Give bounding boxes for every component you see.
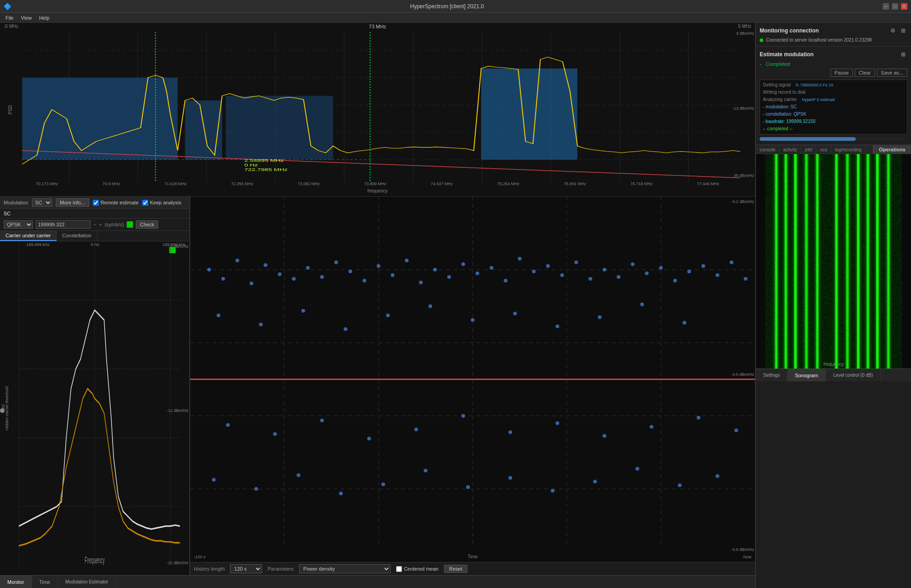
bottom-section: Modulation SCMC More info... Remote esti… bbox=[0, 197, 755, 575]
minimize-btn[interactable]: ─ bbox=[883, 3, 889, 10]
progress-bar-fill bbox=[760, 137, 856, 141]
svg-point-82 bbox=[744, 277, 747, 281]
ops-tab-activity[interactable]: activity bbox=[779, 146, 801, 154]
svg-point-89 bbox=[471, 318, 474, 322]
svg-text:Frequency: Frequency bbox=[85, 555, 105, 565]
svg-point-112 bbox=[423, 469, 427, 472]
svg-point-77 bbox=[673, 279, 677, 283]
freq-label-3: 72.355 MHz bbox=[231, 182, 253, 186]
remote-estimate-label[interactable]: Remote estimate bbox=[93, 200, 139, 206]
svg-point-83 bbox=[217, 314, 220, 317]
remote-estimate-checkbox[interactable] bbox=[93, 200, 99, 206]
svg-point-113 bbox=[466, 485, 470, 489]
svg-point-59 bbox=[419, 281, 423, 284]
freq-label-5: 73.809 MHz bbox=[364, 182, 386, 186]
svg-point-105 bbox=[697, 416, 700, 419]
sonogram-canvas bbox=[756, 154, 911, 369]
svg-point-104 bbox=[649, 425, 653, 428]
close-btn[interactable]: ✕ bbox=[901, 3, 907, 10]
monitoring-section: Monitoring connection ⚙ ⊞ Connected to s… bbox=[756, 23, 911, 47]
svg-point-91 bbox=[556, 325, 559, 328]
ops-tab-log[interactable]: log/recording bbox=[831, 146, 866, 154]
menu-file[interactable]: File bbox=[2, 14, 17, 21]
right-bottom-tabs: Settings Sonogram Level control (0 dB) bbox=[756, 369, 911, 381]
info-line-getting-signal: Getting signal fc 73800000.0 Fs 10 bbox=[763, 82, 904, 88]
tab-right-settings[interactable]: Settings bbox=[756, 369, 788, 381]
more-info-button[interactable]: More info... bbox=[56, 198, 89, 207]
svg-point-61 bbox=[447, 275, 451, 279]
params-select[interactable]: Power densitySignal level bbox=[299, 564, 391, 573]
params-label: Parameters bbox=[268, 566, 294, 572]
svg-point-56 bbox=[377, 264, 380, 268]
tab-carrier-under-carrier[interactable]: Carrier under carrier bbox=[0, 231, 57, 241]
monitoring-expand-icon[interactable]: ⊞ bbox=[899, 27, 907, 35]
monitoring-settings-icon[interactable]: ⚙ bbox=[889, 27, 897, 35]
svg-point-53 bbox=[334, 261, 338, 264]
carrier-toolbar: Modulation SCMC More info... Remote esti… bbox=[0, 197, 189, 209]
freq-label-1: 70.9 MHz bbox=[102, 182, 120, 186]
info-line-analyzing: Analyzing carrier HyperP S estimati bbox=[763, 96, 904, 103]
modulation-select[interactable]: SCMC bbox=[32, 198, 52, 207]
operations-button[interactable]: Operations bbox=[873, 145, 911, 154]
svg-point-73 bbox=[616, 275, 620, 279]
svg-point-108 bbox=[254, 487, 258, 491]
ops-tab-ncs[interactable]: ncs bbox=[816, 146, 831, 154]
tab-constellation[interactable]: Constellation bbox=[57, 231, 97, 241]
symrate-input[interactable] bbox=[36, 220, 91, 229]
keep-analysis-label[interactable]: Keep analysis bbox=[142, 200, 182, 206]
window-title: HyperSpectrum [client] 2021.0 bbox=[11, 3, 883, 10]
svg-point-96 bbox=[273, 432, 277, 436]
reset-button[interactable]: Reset bbox=[444, 565, 467, 573]
freq-label-4: 73.082 MHz bbox=[298, 182, 320, 186]
svg-point-49 bbox=[278, 273, 281, 276]
svg-point-98 bbox=[367, 437, 371, 440]
tab-modulation-estimator[interactable]: Modulation Estimator bbox=[58, 576, 116, 588]
check-button[interactable]: Check bbox=[136, 220, 158, 229]
info-line-constellation: - constellation: QPSK bbox=[763, 111, 904, 118]
constellation-select[interactable]: QPSK8PSK16QAM bbox=[4, 220, 33, 229]
left-area: 73 MHz -5 MHz 5 MHz 3 dBm/Hz -13 dBm/Hz … bbox=[0, 23, 756, 588]
tab-time[interactable]: Time bbox=[32, 576, 58, 588]
svg-point-97 bbox=[320, 418, 324, 422]
ops-tab-jntrl[interactable]: jntrl bbox=[801, 146, 816, 154]
svg-point-102 bbox=[556, 421, 559, 425]
centered-mean-label[interactable]: Centered mean bbox=[396, 566, 439, 572]
clear-button[interactable]: Clear bbox=[855, 69, 875, 77]
estimate-expand-icon[interactable]: ⊞ bbox=[899, 50, 907, 59]
carrier-chart: -1 dBm/Hz -11 dBm/Hz -21 dBm/Hz PSD Hidd… bbox=[0, 241, 189, 575]
svg-point-63 bbox=[476, 272, 479, 275]
svg-point-68 bbox=[546, 264, 550, 268]
centered-mean-checkbox[interactable] bbox=[396, 566, 402, 572]
carrier-panel: Modulation SCMC More info... Remote esti… bbox=[0, 197, 190, 575]
svg-point-55 bbox=[363, 279, 366, 283]
svg-point-86 bbox=[344, 327, 348, 331]
svg-point-114 bbox=[509, 476, 512, 480]
spectrum-svg: 2.54895 MHz 0 Hz 722.7985 MHz bbox=[0, 23, 755, 196]
estimate-controls: - Completed bbox=[760, 61, 907, 67]
symrate-minus[interactable]: − bbox=[93, 222, 96, 227]
modulation-label: Modulation bbox=[4, 200, 28, 205]
tab-right-level-control[interactable]: Level control (0 dB) bbox=[826, 369, 881, 381]
keep-analysis-checkbox[interactable] bbox=[142, 200, 148, 206]
history-select[interactable]: 120 s60 s300 s bbox=[230, 564, 262, 573]
save-as-button[interactable]: Save as... bbox=[877, 69, 907, 77]
svg-point-118 bbox=[678, 483, 681, 487]
svg-point-99 bbox=[414, 428, 418, 431]
monitoring-header: Monitoring connection ⚙ ⊞ bbox=[760, 27, 907, 35]
pause-button[interactable]: Pause bbox=[831, 69, 853, 77]
maximize-btn[interactable]: □ bbox=[892, 3, 898, 10]
sonogram-inner: Time Power density (dBm/Hz) -27 frequenc… bbox=[756, 154, 911, 369]
tab-monitor[interactable]: Monitor bbox=[0, 576, 32, 588]
estimate-info-lines: Getting signal fc 73800000.0 Fs 10 Writi… bbox=[760, 80, 907, 134]
svg-point-93 bbox=[640, 303, 644, 306]
svg-point-57 bbox=[391, 273, 394, 277]
symrate-plus[interactable]: + bbox=[99, 222, 102, 227]
ops-tab-console[interactable]: console bbox=[756, 146, 779, 154]
menu-help[interactable]: Help bbox=[35, 14, 53, 21]
svg-point-52 bbox=[320, 275, 324, 279]
menu-view[interactable]: View bbox=[17, 14, 36, 21]
timepower-svg-graphic bbox=[190, 197, 755, 562]
tab-right-sonogram[interactable]: Sonogram bbox=[788, 369, 826, 381]
time-power-controls: History length 120 s60 s300 s Parameters… bbox=[190, 562, 755, 575]
svg-text:2.54895 MHz: 2.54895 MHz bbox=[244, 158, 284, 163]
